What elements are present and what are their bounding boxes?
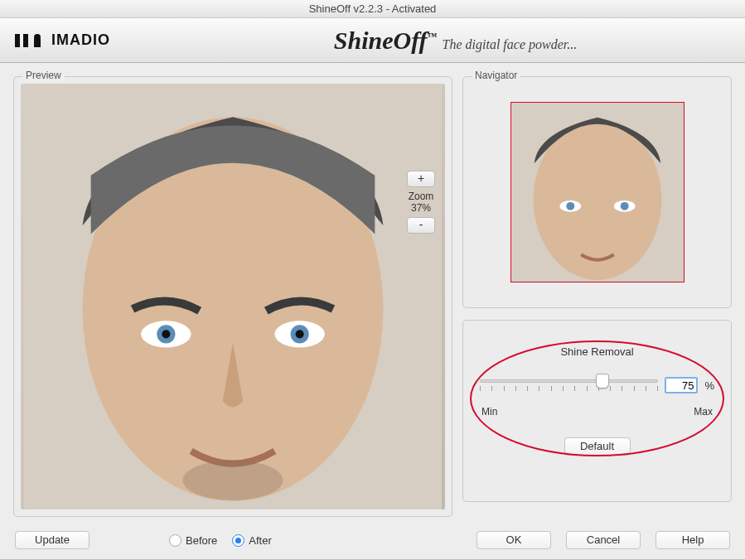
svg-point-11	[296, 330, 304, 338]
preview-image[interactable]	[21, 84, 445, 509]
app-window: ShineOff v2.2.3 - Activated IMADIO Shine…	[0, 0, 745, 560]
zoom-controls: + Zoom 37% -	[404, 169, 438, 235]
product-tagline: The digital face powder...	[443, 37, 578, 52]
cancel-button[interactable]: Cancel	[566, 531, 641, 549]
preview-label: Preview	[22, 70, 65, 81]
preview-panel: Preview	[13, 76, 452, 517]
shine-removal-panel: Shine Removal % Min Max	[462, 320, 732, 502]
company-logo: IMADIO	[15, 31, 230, 49]
svg-point-12	[183, 461, 283, 500]
logo-icon	[15, 32, 45, 49]
svg-rect-1	[23, 34, 28, 47]
help-button[interactable]: Help	[656, 531, 730, 549]
navigator-label: Navigator	[472, 70, 520, 81]
percent-label: %	[704, 379, 714, 392]
svg-point-16	[566, 202, 574, 210]
radio-icon	[232, 534, 244, 547]
zoom-in-button[interactable]: +	[407, 171, 435, 187]
before-label: Before	[186, 534, 217, 547]
product-title-wrap: ShineOff™ The digital face powder...	[240, 27, 670, 55]
slider-thumb[interactable]	[596, 374, 609, 389]
zoom-value: 37%	[404, 202, 438, 214]
svg-point-8	[162, 330, 170, 338]
window-title: ShineOff v2.2.3 - Activated	[0, 0, 745, 18]
before-radio[interactable]: Before	[169, 534, 217, 547]
navigator-thumbnail[interactable]	[510, 102, 685, 282]
brand-bar: IMADIO ShineOff™ The digital face powder…	[0, 18, 745, 63]
footer-bar: Update Before After OK Cancel Help	[0, 521, 745, 559]
svg-point-18	[620, 202, 628, 210]
shine-removal-title: Shine Removal	[480, 345, 714, 358]
zoom-label: Zoom	[404, 191, 438, 202]
radio-icon	[169, 534, 181, 547]
ok-button[interactable]: OK	[477, 531, 551, 549]
product-name: ShineOff™	[334, 27, 438, 55]
after-radio[interactable]: After	[232, 534, 271, 547]
shine-removal-slider[interactable]	[480, 373, 658, 398]
slider-min-label: Min	[481, 406, 497, 418]
svg-rect-0	[15, 34, 20, 47]
shine-removal-value[interactable]	[665, 377, 698, 393]
update-button[interactable]: Update	[15, 531, 89, 549]
after-label: After	[249, 534, 271, 547]
zoom-out-button[interactable]: -	[407, 217, 435, 234]
navigator-panel: Navigator	[462, 76, 732, 308]
svg-rect-3	[34, 39, 41, 47]
default-button[interactable]: Default	[564, 437, 631, 456]
company-name: IMADIO	[51, 31, 110, 49]
slider-max-label: Max	[694, 406, 713, 418]
view-toggle: Before After	[169, 534, 272, 547]
